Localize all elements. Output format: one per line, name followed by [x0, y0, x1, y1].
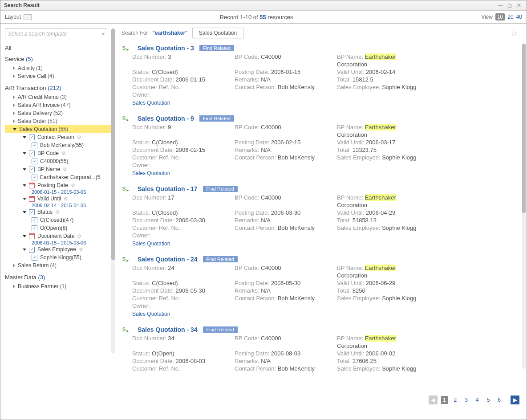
calendar-icon	[29, 183, 35, 188]
find-related-button[interactable]: Find Related	[203, 326, 238, 333]
facet-value-earthshaker[interactable]: ✓Earthshaker Corporat... (5	[5, 173, 114, 181]
calendar-icon	[29, 196, 35, 202]
result-card: Sales Quotation - 9Find RelatedDoc Numbe…	[122, 112, 521, 180]
group-master-data[interactable]: Master Data (3)	[5, 274, 114, 281]
breadcrumb[interactable]: Sales Quotation	[132, 170, 521, 176]
document-icon	[122, 45, 130, 52]
sidebar-item-activity[interactable]: Activity(1)	[5, 64, 114, 72]
result-title-link[interactable]: Sales Quotation - 34	[138, 326, 198, 333]
sidebar-item-credit-memo[interactable]: A/R Credit Memo(3)	[5, 93, 114, 101]
search-template-select[interactable]: Select a search template▾	[5, 29, 107, 39]
document-icon	[122, 326, 130, 333]
valid-until-range[interactable]: 2006-02-14 - 2015-04-06	[5, 203, 114, 208]
facet-bp-name[interactable]: ✓BP Name⚙	[5, 165, 114, 173]
title-bar: Search Result — ◻ ✕	[0, 0, 527, 11]
view-10[interactable]: 10	[495, 13, 505, 20]
gear-icon[interactable]: ⚙	[64, 196, 68, 202]
search-header: Search For "earthshaker" Sales Quotation…	[116, 24, 527, 42]
gear-icon[interactable]: ⚙	[63, 167, 67, 172]
pager-page-4[interactable]: 4	[474, 396, 481, 404]
result-title-link[interactable]: Sales Quotation - 24	[138, 256, 198, 263]
result-card: Sales Quotation - 24Find RelatedDoc Numb…	[122, 253, 521, 321]
gear-icon[interactable]: ⚙	[55, 209, 60, 215]
facet-value-bob[interactable]: ✓Bob McKensly (55)	[5, 141, 114, 149]
breadcrumb[interactable]: Sales Quotation	[132, 311, 521, 317]
facet-value-sophie[interactable]: ✓Sophie Klogg (55)	[5, 253, 114, 261]
calendar-icon	[29, 233, 35, 239]
view-20[interactable]: 20	[507, 14, 513, 20]
find-related-button[interactable]: Find Related	[203, 186, 238, 192]
window-title: Search Result	[4, 2, 40, 8]
gear-icon[interactable]: ⚙	[77, 135, 81, 140]
breadcrumb[interactable]: Sales Quotation	[132, 241, 521, 247]
result-title-link[interactable]: Sales Quotation - 9	[138, 115, 194, 122]
gear-icon[interactable]: ⚙	[61, 151, 66, 156]
sidebar-item-delivery[interactable]: Sales Delivery(52)	[5, 109, 114, 117]
layout-label: Layout	[5, 14, 21, 20]
search-term: "earthshaker"	[152, 30, 187, 36]
find-related-button[interactable]: Find Related	[199, 45, 234, 51]
pager-page-6[interactable]: 6	[496, 396, 503, 404]
gear-icon[interactable]: ⚙	[79, 247, 83, 253]
main-panel: Search For "earthshaker" Sales Quotation…	[116, 24, 527, 408]
view-selector: View 10 20 40	[481, 13, 522, 20]
gear-icon[interactable]: ⚙	[77, 233, 81, 239]
result-title-link[interactable]: Sales Quotation - 3	[138, 45, 194, 52]
result-card: Sales Quotation - 3Find RelatedDoc Numbe…	[122, 42, 521, 110]
pager-next[interactable]: ▶	[511, 396, 519, 404]
main-scrollbar[interactable]	[522, 44, 526, 369]
sidebar-item-invoice[interactable]: Sales A/R Invoice(47)	[5, 101, 114, 109]
sidebar-all[interactable]: All	[5, 45, 114, 51]
close-icon[interactable]: ✕	[517, 2, 523, 8]
document-icon	[122, 185, 130, 192]
document-icon	[122, 115, 130, 122]
maximize-icon[interactable]: ◻	[507, 2, 514, 8]
sidebar-item-sales-quotation[interactable]: Sales Quotation(55)	[5, 125, 114, 133]
pager-page-3[interactable]: 3	[463, 396, 470, 404]
facet-contact-person[interactable]: ✓Contact Person⚙	[5, 133, 114, 141]
result-title-link[interactable]: Sales Quotation - 17	[138, 185, 198, 192]
pager-prev[interactable]: ◀	[429, 396, 438, 404]
pager-page-2[interactable]: 2	[452, 396, 459, 404]
facet-value-c40000[interactable]: ✓C40000 (55)	[5, 157, 114, 165]
toolbar: Layout Record 1-10 of 55 resources View …	[0, 11, 527, 24]
document-date-range[interactable]: 2006-01-15 - 2015-03-06	[5, 240, 114, 245]
result-card: Sales Quotation - 34Find RelatedDoc Numb…	[122, 323, 521, 375]
sidebar: Select a search template▾ All Service (5…	[0, 24, 116, 408]
layout-button[interactable]	[24, 14, 32, 20]
gear-icon[interactable]: ⚙	[71, 183, 75, 188]
pager-page-5[interactable]: 5	[485, 396, 492, 404]
facet-bp-code[interactable]: ✓BP Code⚙	[5, 149, 114, 157]
facet-value-open[interactable]: ✓O(Open) (8)	[5, 224, 114, 232]
sidebar-item-bp[interactable]: Business Partner(1)	[5, 282, 114, 290]
splitter-handle[interactable]: ⋮⋮	[116, 220, 118, 230]
star-icon[interactable]: ☆	[511, 28, 518, 38]
facet-document-date[interactable]: Document Date⚙	[5, 232, 114, 240]
facet-sales-employee[interactable]: ✓Sales Employee⚙	[5, 245, 114, 253]
find-related-button[interactable]: Find Related	[199, 115, 234, 122]
facet-value-closed[interactable]: ✓C(Closed) (47)	[5, 216, 114, 224]
tab-sales-quotation[interactable]: Sales Quotation	[192, 28, 243, 38]
record-info: Record 1-10 of 55 resources	[32, 14, 481, 20]
sidebar-item-sales-order[interactable]: Sales Order(51)	[5, 117, 114, 125]
window-controls: — ◻ ✕	[496, 2, 523, 8]
find-related-button[interactable]: Find Related	[203, 256, 238, 262]
facet-valid-until[interactable]: Valid Until⚙	[5, 195, 114, 203]
group-service[interactable]: Service (5)	[5, 56, 114, 62]
group-ar-transaction[interactable]: A/R Transaction (212)	[5, 85, 114, 91]
facet-status[interactable]: ✓Status⚙	[5, 208, 114, 216]
sidebar-item-service-call[interactable]: Service Call(4)	[5, 72, 114, 80]
sidebar-scrollbar[interactable]	[111, 29, 115, 354]
sidebar-item-sales-return[interactable]: Sales Return(4)	[5, 261, 114, 269]
facet-posting-date[interactable]: Posting Date⚙	[5, 181, 114, 189]
chevron-down-icon: ▾	[101, 31, 104, 37]
document-icon	[122, 256, 130, 263]
results-list: ⋮⋮ Sales Quotation - 3Find RelatedDoc Nu…	[116, 42, 527, 392]
view-40[interactable]: 40	[516, 14, 522, 20]
pager-page-1[interactable]: 1	[441, 396, 448, 404]
posting-date-range[interactable]: 2006-01-15 - 2015-03-06	[5, 189, 114, 195]
minimize-icon[interactable]: —	[498, 2, 504, 8]
result-card: Sales Quotation - 17Find RelatedDoc Numb…	[122, 183, 521, 250]
pager: ◀ 123456 ▶	[116, 392, 527, 408]
breadcrumb[interactable]: Sales Quotation	[132, 100, 521, 106]
